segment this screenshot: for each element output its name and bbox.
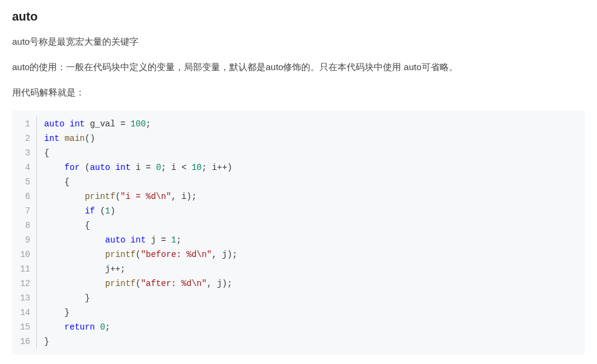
token-kw: for xyxy=(65,163,80,172)
code-line: 2int main() xyxy=(12,131,585,146)
line-number: 12 xyxy=(12,276,36,291)
line-number: 9 xyxy=(12,233,36,247)
code-content: return 0; xyxy=(37,320,110,334)
token-kw: auto xyxy=(44,119,65,129)
code-content: { xyxy=(37,175,70,189)
code-line: 9 auto int j = 1; xyxy=(12,233,585,247)
token-pl: ( xyxy=(135,279,140,288)
code-content: auto int g_val = 100; xyxy=(37,117,151,131)
line-number: 5 xyxy=(12,175,36,189)
token-pl: ; xyxy=(146,119,151,129)
section-heading: auto xyxy=(12,10,585,24)
line-number: 2 xyxy=(12,131,36,146)
token-pl xyxy=(44,235,105,245)
line-number: 1 xyxy=(12,117,36,131)
code-content: { xyxy=(37,218,90,233)
code-line: 15 return 0; xyxy=(12,320,585,334)
line-number: 14 xyxy=(12,305,36,320)
line-number: 6 xyxy=(12,189,36,204)
token-str: "before: %d\n" xyxy=(141,250,212,259)
token-kw: auto xyxy=(90,163,111,172)
line-number: 15 xyxy=(12,320,36,334)
token-fn: main xyxy=(65,134,85,143)
line-number: 4 xyxy=(12,160,36,175)
token-str: "after: %d\n" xyxy=(141,279,207,288)
token-pl xyxy=(44,206,85,216)
paragraph: 用代码解释就是： xyxy=(12,85,585,100)
token-pl: } xyxy=(44,337,49,346)
token-pl: , j); xyxy=(212,250,237,259)
token-pl: { xyxy=(44,177,70,187)
token-pl: } xyxy=(44,293,90,303)
token-kw: int xyxy=(116,163,131,172)
line-number: 16 xyxy=(12,334,36,349)
code-block: 1auto int g_val = 100;2int main()3{4 for… xyxy=(12,111,585,355)
token-pl: { xyxy=(44,148,49,158)
token-pl: , j); xyxy=(207,279,232,288)
token-num: 1 xyxy=(105,206,110,216)
token-pl xyxy=(65,119,70,129)
token-pl xyxy=(125,235,130,245)
token-pl: ; xyxy=(105,322,110,332)
code-content: } xyxy=(37,291,90,305)
code-content: printf("before: %d\n", j); xyxy=(37,247,237,262)
token-kw: int xyxy=(131,235,146,245)
code-content: j++; xyxy=(37,262,125,276)
token-num: 0 xyxy=(100,322,105,332)
paragraph: auto号称是最宽宏大量的关键字 xyxy=(12,34,585,49)
token-pl xyxy=(44,192,85,201)
code-content: auto int j = 1; xyxy=(37,233,181,247)
token-str: "i = %d\n" xyxy=(120,192,171,201)
code-content: int main() xyxy=(37,131,95,146)
token-pl: } xyxy=(44,308,70,317)
code-content: printf("i = %d\n", i); xyxy=(37,189,197,204)
code-content: if (1) xyxy=(37,204,116,218)
token-kw: return xyxy=(65,322,95,332)
token-pl: ; xyxy=(176,235,181,245)
token-pl: g_val = xyxy=(85,119,131,129)
token-pl: ; i < xyxy=(161,163,191,172)
token-kw: int xyxy=(44,134,59,143)
token-pl: ( xyxy=(95,206,105,216)
token-pl: { xyxy=(44,221,90,230)
code-content: printf("after: %d\n", j); xyxy=(37,276,232,291)
token-pl: () xyxy=(85,134,95,143)
code-line: 13 } xyxy=(12,291,585,305)
code-line: 16} xyxy=(12,334,585,349)
token-num: 100 xyxy=(131,119,146,129)
paragraph: auto的使用：一般在代码块中定义的变量，局部变量，默认都是auto修饰的。只在… xyxy=(12,60,585,74)
token-pl xyxy=(44,322,65,332)
code-content: for (auto int i = 0; i < 10; i++) xyxy=(37,160,232,175)
code-line: 1auto int g_val = 100; xyxy=(12,117,585,131)
token-pl: , i); xyxy=(171,192,197,201)
token-pl xyxy=(44,163,65,172)
token-pl xyxy=(44,279,105,288)
code-content: { xyxy=(37,146,49,160)
token-pl: ( xyxy=(80,163,90,172)
token-kw: auto xyxy=(105,235,126,245)
line-number: 11 xyxy=(12,262,36,276)
token-pl xyxy=(110,163,115,172)
code-line: 8 { xyxy=(12,218,585,233)
token-fn: printf xyxy=(105,250,135,259)
code-line: 6 printf("i = %d\n", i); xyxy=(12,189,585,204)
token-kw: if xyxy=(85,206,95,216)
code-line: 12 printf("after: %d\n", j); xyxy=(12,276,585,291)
token-pl: i = xyxy=(131,163,156,172)
token-pl: ( xyxy=(116,192,120,201)
token-fn: printf xyxy=(85,192,115,201)
code-content: } xyxy=(37,334,49,349)
code-line: 10 printf("before: %d\n", j); xyxy=(12,247,585,262)
line-number: 7 xyxy=(12,204,36,218)
token-pl: ; i++) xyxy=(202,163,232,172)
line-number: 10 xyxy=(12,247,36,262)
code-line: 7 if (1) xyxy=(12,204,585,218)
token-pl: ( xyxy=(135,250,140,259)
code-line: 3{ xyxy=(12,146,585,160)
token-kw: int xyxy=(70,119,85,129)
line-number: 8 xyxy=(12,218,36,233)
line-number: 3 xyxy=(12,146,36,160)
code-line: 5 { xyxy=(12,175,585,189)
token-pl: ) xyxy=(110,206,115,216)
code-line: 4 for (auto int i = 0; i < 10; i++) xyxy=(12,160,585,175)
